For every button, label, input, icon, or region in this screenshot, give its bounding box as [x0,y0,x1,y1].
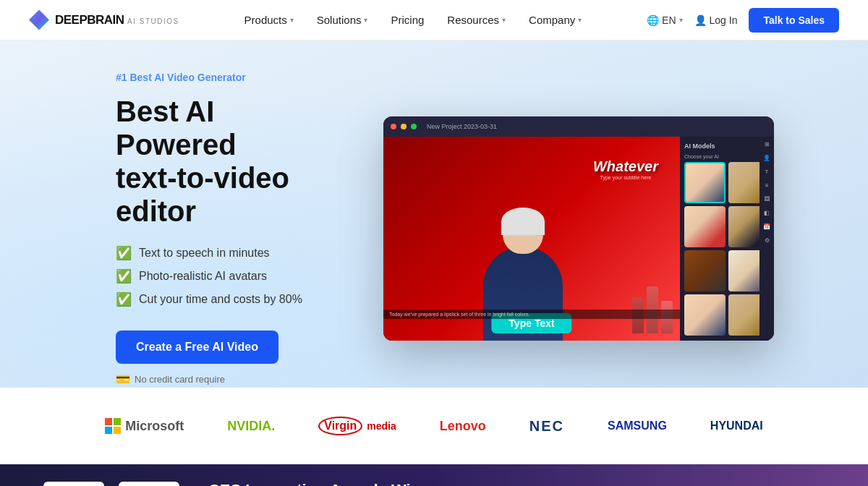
icon-rail: ⊞ 👤 T ≡ 🖼 ◧ 📅 ⚙ [760,137,774,341]
text-icon: T [765,169,769,175]
mockup-whatever-text: Whatever [593,158,658,175]
lenovo-logo: Lenovo [440,419,486,434]
avatar-thumb[interactable] [684,250,726,291]
bg-icon: ◧ [764,210,770,216]
user-icon: 👤 [694,14,707,26]
nav-pricing[interactable]: Pricing [391,14,424,26]
chevron-down-icon: ▾ [364,16,367,24]
window-minimize-dot [401,124,407,129]
nav-products[interactable]: Products ▾ [244,14,294,26]
hero-badge: #1 Best AI Video Generator [116,72,304,83]
mockup-title: New Project 2023-03-31 [427,123,497,130]
mockup-subtitle-hint: Type your subtitle here [593,175,658,180]
feature-item: ✅ Text to speech in minutes [116,245,304,261]
chevron-down-icon: ▾ [290,16,294,24]
mockup-body: Whatever Type your subtitle here Type Te… [383,137,774,341]
avatar-thumb[interactable] [684,206,726,247]
brand-sub: AI STUDIOS [127,17,179,25]
mockup-transcript: Today we've prepared a lipstick set of t… [383,310,680,319]
nav-links: Products ▾ Solutions ▾ Pricing Resources… [244,14,582,26]
navbar: DEEPBRAIN AI STUDIOS Products ▾ Solution… [0,0,868,40]
logo: DEEPBRAIN AI STUDIOS [29,10,179,30]
avatar-icon: 👤 [763,155,770,161]
nav-right: 🌐 EN ▾ 👤 Log In Talk to Sales [647,8,839,33]
mockup-video-area: Whatever Type your subtitle here Type Te… [383,137,680,341]
hero-title: Best AI Powered text-to-video editor [116,95,304,228]
globe-icon: 🌐 [647,14,659,26]
microsoft-logo: Microsoft [105,418,184,434]
subtitle-icon: ≡ [765,182,769,189]
sidebar-title: AI Models [684,142,770,150]
chevron-down-icon: ▾ [679,16,683,24]
nav-resources[interactable]: Resources ▾ [447,14,506,26]
settings-icon: ⚙ [765,237,770,244]
brand-name: DEEPBRAIN [55,13,124,27]
nec-logo: NEC [529,418,564,435]
hyundai-logo: HYUNDAI [710,419,763,432]
feature-item: ✅ Cut your time and costs by 80% [116,291,304,307]
hero-content: #1 Best AI Video Generator Best AI Power… [0,72,333,386]
ces-2022-badge: CES 2022 [119,482,179,486]
window-maximize-dot [411,124,417,129]
studio-mockup: New Project 2023-03-31 Whatever Type you… [383,116,774,341]
avatar-thumb[interactable] [684,162,726,203]
samsung-logo: SAMSUNG [608,419,667,432]
talk-to-sales-button[interactable]: Talk to Sales [749,8,839,33]
mockup-text-overlay: Whatever Type your subtitle here [593,158,658,180]
virgin-media-logo: Virgin media [318,417,396,435]
chevron-down-icon: ▾ [502,16,506,24]
partners-section: Microsoft NVIDIA. Virgin media Lenovo NE… [0,388,868,464]
ces-section: CES 2023 CES 2022 CES Innovation Awards … [0,464,868,486]
sidebar-label: Choose your AI [684,154,770,159]
create-free-video-button[interactable]: Create a Free AI Video [116,331,278,364]
login-button[interactable]: 👤 Log In [694,14,738,26]
feature-item: ✅ Photo-realistic AI avatars [116,268,304,284]
hero-features: ✅ Text to speech in minutes ✅ Photo-real… [116,245,304,307]
mockup-titlebar: New Project 2023-03-31 [383,116,774,137]
check-icon: ✅ [116,291,132,307]
check-icon: ✅ [116,268,132,284]
ces-2023-badge: CES 2023 [43,482,104,486]
calendar-icon: 📅 [763,223,770,230]
check-icon: ✅ [116,245,132,261]
credit-card-icon: 💳 [116,372,130,386]
no-credit-note: 💳 No credit card require [116,372,304,386]
template-icon: ⊞ [765,141,770,148]
hero-mockup-wrap: New Project 2023-03-31 Whatever Type you… [333,116,868,341]
window-close-dot [391,124,396,129]
language-selector[interactable]: 🌐 EN ▾ [647,14,682,26]
image-icon: 🖼 [764,196,770,202]
hero-section: #1 Best AI Video Generator Best AI Power… [0,40,868,388]
nvidia-logo: NVIDIA. [227,419,275,434]
nav-company[interactable]: Company ▾ [529,14,582,26]
avatar-thumb[interactable] [684,294,726,336]
nav-solutions[interactable]: Solutions ▾ [317,14,368,26]
chevron-down-icon: ▾ [578,16,582,24]
avatar-grid [684,162,770,336]
ces-headline: CES Innovation Awards Winner [208,481,445,486]
logo-icon [29,10,49,30]
